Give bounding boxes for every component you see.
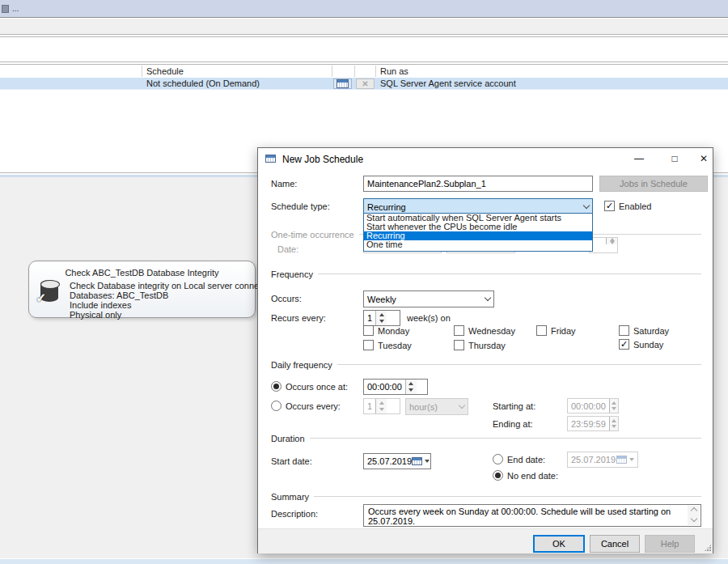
dropdown-option-one-time[interactable]: One time: [364, 240, 592, 249]
spin-up-icon: [379, 313, 384, 316]
occurs-every-unit-combobox: hour(s): [405, 398, 468, 415]
group-line: [337, 364, 701, 365]
datepicker-icons: [412, 457, 430, 465]
end-date-row[interactable]: End date:: [493, 454, 545, 464]
one-time-time-spinner: [589, 237, 618, 253]
window-icon: [2, 5, 9, 13]
summary-group: Summary: [271, 492, 701, 502]
enabled-checkbox-row[interactable]: ✓ Enabled: [604, 201, 651, 211]
name-input[interactable]: MaintenancePlan2.Subplan_1: [363, 176, 593, 192]
column-separator: [332, 66, 332, 77]
saturday-label: Saturday: [633, 326, 669, 336]
datepicker-icons: [616, 456, 634, 464]
occurs-label: Occurs:: [271, 294, 302, 303]
saturday-checkbox[interactable]: [619, 325, 629, 336]
spinner-buttons: [609, 399, 618, 413]
spinner-buttons: [375, 399, 387, 413]
enabled-checkbox[interactable]: ✓: [604, 201, 615, 211]
delete-icon: ✕: [362, 80, 368, 88]
recurs-every-label: Recurs every:: [271, 313, 326, 323]
pick-schedule-button[interactable]: [333, 78, 352, 89]
monday-checkbox[interactable]: [363, 325, 374, 336]
occurs-every-value: 1: [367, 401, 372, 411]
duration-group-label: Duration: [271, 434, 305, 443]
friday-label: Friday: [551, 326, 576, 336]
jobs-in-schedule-button: Jobs in Schedule: [599, 176, 708, 192]
titlebar-dots: ...: [12, 4, 19, 13]
description-scrollbar[interactable]: [688, 506, 700, 525]
description-value: Occurs every week on Sunday at 00:00:00.…: [368, 507, 671, 526]
monday-label: Monday: [378, 326, 409, 336]
starting-at-spinner: 00:00:00: [567, 398, 619, 413]
schedule-type-label: Schedule type:: [271, 201, 330, 211]
task-line: Physical only: [70, 310, 121, 320]
window-titlebar[interactable]: ...: [0, 0, 728, 18]
task-line: Databases: ABC_TestDB: [70, 290, 168, 300]
ending-at-label: Ending at:: [493, 419, 533, 429]
chevron-down-icon: [485, 295, 491, 301]
dropdown-arrow-icon: [425, 460, 430, 463]
ending-at-value: 23:59:59: [571, 419, 606, 429]
occurs-every-radio[interactable]: [271, 401, 281, 411]
spinner-buttons[interactable]: [375, 311, 387, 325]
chevron-down-icon: [459, 402, 465, 409]
sunday-checkbox[interactable]: ✓: [619, 339, 629, 350]
group-line: [310, 438, 701, 439]
day-tuesday[interactable]: Tuesday: [363, 340, 412, 350]
date-label: Date:: [277, 244, 298, 254]
tuesday-checkbox[interactable]: [363, 340, 374, 350]
remove-schedule-button: ✕: [356, 78, 375, 89]
schedule-column-header[interactable]: Schedule: [146, 66, 184, 76]
occurs-once-row[interactable]: Occurs once at:: [271, 381, 348, 392]
task-line: Check Database integrity on Local server…: [70, 281, 277, 290]
thursday-checkbox[interactable]: [454, 340, 464, 350]
description-textarea[interactable]: Occurs every week on Sunday at 00:00:00.…: [363, 504, 701, 527]
duration-group: Duration: [271, 434, 701, 443]
schedule-type-dropdown-list: Start automatically when SQL Server Agen…: [363, 213, 593, 252]
dialog-titlebar[interactable]: New Job Schedule — □ ✕: [258, 148, 713, 171]
day-monday[interactable]: Monday: [363, 325, 409, 336]
occurs-once-time-spinner[interactable]: 00:00:00: [363, 379, 428, 395]
occurs-every-row[interactable]: Occurs every:: [271, 401, 341, 411]
day-sunday[interactable]: ✓ Sunday: [619, 339, 663, 350]
spinner-buttons: [609, 417, 618, 430]
weeks-on-label: week(s) on: [407, 313, 451, 323]
task-box-check-db-integrity[interactable]: Check ABC_TestDB Database Integrity ✓ Ch…: [28, 261, 256, 318]
wednesday-checkbox[interactable]: [454, 325, 464, 336]
cancel-button[interactable]: Cancel: [590, 535, 640, 553]
day-friday[interactable]: Friday: [536, 325, 576, 336]
maximize-button[interactable]: □: [667, 151, 682, 166]
ending-at-spinner: 23:59:59: [567, 416, 619, 431]
thursday-label: Thursday: [468, 341, 506, 350]
occurs-once-radio[interactable]: [271, 381, 281, 392]
occurs-combobox[interactable]: Weekly: [363, 290, 494, 307]
check-icon: ✓: [36, 290, 46, 306]
calendar-icon: [265, 155, 276, 163]
spinner-buttons[interactable]: [405, 380, 417, 394]
no-end-date-row[interactable]: No end date:: [493, 470, 558, 481]
schedule-type-value: Recurring: [367, 202, 406, 212]
scroll-down-icon: [690, 515, 696, 522]
close-button[interactable]: ✕: [696, 151, 711, 166]
end-date-radio[interactable]: [493, 454, 503, 464]
dialog-footer: OK Cancel Help: [258, 528, 713, 553]
start-date-picker[interactable]: 25.07.2019: [363, 453, 431, 469]
starting-at-label: Starting at:: [493, 401, 535, 411]
column-separator: [354, 66, 355, 77]
task-title: Check ABC_TestDB Database Integrity: [29, 268, 255, 278]
dropdown-option-cpu-idle[interactable]: Start whenever the CPUs become idle: [364, 223, 592, 231]
name-label: Name:: [271, 179, 297, 189]
minimize-button[interactable]: —: [632, 151, 646, 166]
dropdown-option-agent-starts[interactable]: Start automatically when SQL Server Agen…: [364, 214, 592, 223]
occurs-every-spinner: 1: [363, 398, 400, 414]
day-thursday[interactable]: Thursday: [454, 340, 506, 350]
friday-checkbox[interactable]: [536, 325, 547, 336]
day-wednesday[interactable]: Wednesday: [454, 325, 515, 336]
day-saturday[interactable]: Saturday: [619, 325, 669, 336]
runas-column-header[interactable]: Run as: [380, 66, 408, 76]
no-end-date-radio[interactable]: [493, 470, 503, 481]
recurs-every-spinner[interactable]: 1: [363, 310, 400, 326]
dropdown-option-recurring[interactable]: Recurring: [364, 231, 592, 240]
schedule-grid-row[interactable]: Not scheduled (On Demand) ✕ SQL Server A…: [0, 78, 728, 90]
ok-button[interactable]: OK: [533, 535, 585, 553]
